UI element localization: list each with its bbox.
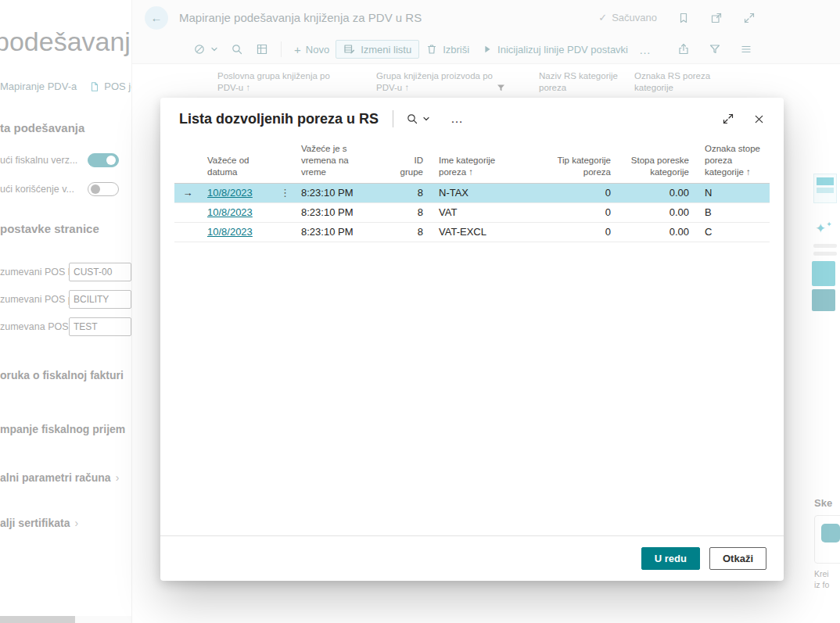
cell-category-type[interactable]: 0	[550, 187, 620, 199]
date-link[interactable]: 10/8/2023	[207, 206, 253, 218]
column-header-label: ID grupe	[395, 155, 423, 178]
selected-row-pointer-icon: →	[174, 187, 201, 199]
column-header-label: Važeće je s vremena na vreme	[301, 143, 361, 178]
column-header-valid-from-time[interactable]: Važeće je s vremena na vreme	[295, 143, 389, 178]
cancel-button[interactable]: Otkaži	[709, 547, 766, 570]
cell-valid-from-date: 10/8/2023	[201, 206, 295, 218]
cell-rate-code[interactable]: N	[698, 187, 770, 199]
column-header-rate-code[interactable]: Oznaka stope poreza kategorije ↑	[698, 143, 770, 178]
cell-category-type[interactable]: 0	[550, 206, 620, 218]
cell-valid-from-date: 10/8/2023 ⋮	[201, 187, 295, 199]
cell-category-type[interactable]: 0	[550, 226, 620, 238]
table-row[interactable]: → 10/8/2023 ⋮ 8:23:10 PM 8 N-TAX 0 0.00 …	[174, 184, 770, 203]
column-header-tax-rate[interactable]: Stopa poreske kategorije	[620, 155, 698, 178]
ok-button[interactable]: U redu	[641, 547, 700, 570]
search-icon	[406, 113, 418, 125]
cell-valid-from-date: 10/8/2023	[201, 226, 295, 238]
column-header-label: Oznaka stope poreza kategorije ↑	[705, 143, 763, 178]
cell-tax-category-name[interactable]: VAT	[433, 206, 550, 218]
column-header-label: Stopa poreske kategorije	[626, 155, 689, 178]
cell-rate-code[interactable]: C	[698, 226, 770, 238]
allowed-taxes-dialog: Lista dozvoljenih poreza u RS … Važeće o…	[160, 98, 784, 581]
cell-tax-rate[interactable]: 0.00	[620, 206, 698, 218]
close-icon[interactable]	[753, 113, 765, 125]
cell-tax-rate[interactable]: 0.00	[620, 226, 698, 238]
cell-valid-from-time[interactable]: 8:23:10 PM	[295, 187, 389, 199]
column-header-tax-category-name[interactable]: Ime kategorije poreza ↑	[433, 155, 550, 178]
dialog-footer: U redu Otkaži	[160, 535, 784, 581]
dialog-title: Lista dozvoljenih poreza u RS	[179, 111, 379, 127]
cell-valid-from-time[interactable]: 8:23:10 PM	[295, 206, 389, 218]
date-link[interactable]: 10/8/2023	[207, 187, 253, 199]
column-header-valid-from-date[interactable]: Važeće od datuma	[201, 155, 295, 178]
cell-tax-category-name[interactable]: N-TAX	[433, 187, 550, 199]
dialog-more-button[interactable]: …	[451, 112, 464, 126]
dialog-table: Važeće od datuma Važeće je s vremena na …	[160, 135, 784, 535]
date-link[interactable]: 10/8/2023	[207, 226, 253, 238]
column-header-label: Tip kategorije poreza	[556, 155, 611, 178]
cell-tax-rate[interactable]: 0.00	[620, 187, 698, 199]
cell-group-id[interactable]: 8	[389, 226, 433, 238]
dialog-search-button[interactable]	[406, 113, 430, 125]
column-header-group-id[interactable]: ID grupe	[389, 155, 433, 178]
dialog-header: Lista dozvoljenih poreza u RS …	[160, 98, 784, 135]
table-row[interactable]: 10/8/2023 8:23:10 PM 8 VAT-EXCL 0 0.00 C	[174, 223, 770, 242]
header-divider	[393, 110, 393, 127]
cell-valid-from-time[interactable]: 8:23:10 PM	[295, 226, 389, 238]
column-header-category-type[interactable]: Tip kategorije poreza	[550, 155, 620, 178]
column-header-label: Važeće od datuma	[207, 155, 262, 178]
chevron-down-icon	[422, 115, 430, 123]
table-row[interactable]: 10/8/2023 8:23:10 PM 8 VAT 0 0.00 B	[174, 203, 770, 223]
expand-dialog-icon[interactable]	[722, 113, 734, 125]
dialog-window-buttons	[722, 113, 765, 125]
column-header-label: Ime kategorije poreza ↑	[439, 155, 509, 178]
table-empty-area	[174, 242, 770, 535]
cell-group-id[interactable]: 8	[389, 187, 433, 199]
table-header-row: Važeće od datuma Važeće je s vremena na …	[174, 135, 770, 184]
cell-group-id[interactable]: 8	[389, 206, 433, 218]
cell-rate-code[interactable]: B	[698, 206, 770, 218]
row-more-icon[interactable]: ⋮	[280, 187, 290, 199]
cell-tax-category-name[interactable]: VAT-EXCL	[433, 226, 550, 238]
